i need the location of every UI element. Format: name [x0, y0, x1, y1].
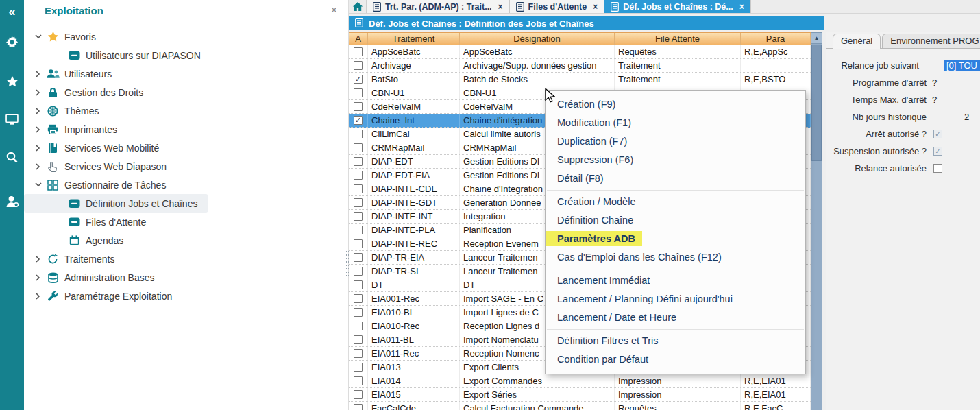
sidebar-item[interactable]: Gestionnaire de Tâches — [24, 176, 348, 194]
monitor-icon[interactable] — [0, 109, 24, 130]
row-checkbox[interactable]: ✓ — [354, 75, 363, 84]
row-checkbox[interactable] — [354, 198, 363, 207]
row-checkbox[interactable] — [354, 88, 363, 97]
sidebar-item[interactable]: Files d'Attente — [24, 213, 348, 231]
field-checkbox[interactable]: ✓ — [933, 147, 942, 156]
gear-icon[interactable] — [0, 32, 24, 52]
sidebar-item[interactable]: Gestion des Droits — [24, 83, 348, 101]
row-checkbox[interactable] — [354, 349, 363, 358]
menu-item[interactable]: Création / Modèle — [546, 193, 805, 211]
menu-item[interactable]: Création (F9) — [546, 95, 805, 114]
row-checkbox[interactable] — [354, 308, 363, 317]
table-row[interactable]: EIA014Export CommandesImpressionR,E,EIA0… — [349, 374, 811, 388]
chevron-right-icon[interactable] — [32, 163, 44, 170]
vertical-scrollbar[interactable]: ▲ — [811, 32, 822, 410]
tab-1[interactable]: Trt. Par. (ADM-AP) : Trait...× — [367, 0, 510, 13]
chevron-right-icon[interactable] — [32, 256, 44, 263]
row-checkbox[interactable] — [354, 280, 363, 289]
sidebar-item[interactable]: Services Web Mobilité — [24, 138, 348, 157]
tab-close-icon[interactable]: × — [739, 2, 744, 12]
chevron-right-icon[interactable] — [32, 145, 44, 152]
sidebar-item[interactable]: Services Web Diapason — [24, 157, 348, 176]
panel-tab[interactable]: Environnement PROG — [882, 34, 980, 48]
row-checkbox[interactable] — [354, 47, 363, 56]
row-checkbox[interactable] — [354, 390, 363, 399]
row-checkbox[interactable] — [354, 226, 363, 234]
sidebar-splitter[interactable] — [345, 0, 350, 410]
collapse-sidebar-icon[interactable]: « — [0, 1, 24, 22]
menu-item[interactable]: Lancement / Date et Heure — [546, 309, 805, 327]
chevron-right-icon[interactable] — [32, 274, 44, 281]
chevron-right-icon[interactable] — [32, 126, 44, 133]
scroll-up-icon[interactable]: ▲ — [811, 32, 822, 44]
field-value[interactable]: [0] TOU — [944, 60, 980, 71]
sidebar-item[interactable]: Utilisateurs sur DIAPASON — [24, 46, 348, 64]
row-checkbox[interactable] — [354, 253, 363, 262]
tab-3[interactable]: Déf. Jobs et Chaînes : Dé...× — [604, 0, 750, 13]
user-icon[interactable] — [0, 191, 24, 212]
sidebar-item[interactable]: Administration Bases — [24, 268, 348, 287]
chevron-down-icon[interactable] — [32, 182, 44, 187]
column-header-check[interactable]: A — [349, 33, 368, 45]
table-row[interactable]: AppSceBatcAppSceBatcRequêtesR,E,AppSc — [349, 45, 811, 59]
search-icon[interactable] — [0, 147, 24, 167]
chevron-right-icon[interactable] — [32, 108, 44, 114]
row-checkbox[interactable] — [354, 171, 363, 180]
menu-item[interactable]: Suppression (F6) — [546, 151, 805, 169]
row-checkbox[interactable] — [354, 404, 363, 410]
tab-2[interactable]: Files d'Attente× — [510, 0, 605, 13]
table-row[interactable]: ArchivageArchivage/Supp. données gestion… — [349, 59, 811, 73]
menu-item[interactable]: Définition Chaîne — [546, 211, 805, 230]
row-checkbox[interactable] — [354, 61, 363, 70]
row-checkbox[interactable] — [354, 322, 363, 330]
panel-tab[interactable]: Général — [833, 34, 881, 49]
chevron-right-icon[interactable] — [32, 293, 44, 300]
column-header-para[interactable]: Para — [741, 33, 811, 45]
sidebar-item[interactable]: Agendas — [24, 231, 348, 250]
menu-item[interactable]: Duplication (F7) — [546, 132, 805, 151]
row-checkbox[interactable] — [354, 157, 363, 166]
sidebar-item[interactable]: Utilisateurs — [24, 64, 348, 83]
chevron-right-icon[interactable] — [32, 89, 44, 96]
sidebar-item[interactable]: Paramétrage Exploitation — [24, 287, 348, 305]
sidebar-item[interactable]: Imprimantes — [24, 120, 348, 138]
star-icon[interactable] — [0, 71, 24, 92]
table-row[interactable]: FacCalCdeCalcul Facturation CommandeRequ… — [349, 402, 811, 410]
sidebar-item[interactable]: Thèmes — [24, 101, 348, 120]
home-icon[interactable] — [349, 0, 367, 13]
row-checkbox[interactable] — [354, 184, 363, 193]
sidebar-item[interactable]: Définition Jobs et Chaînes — [24, 194, 208, 213]
sidebar-close-icon[interactable]: × — [331, 4, 337, 16]
row-checkbox[interactable] — [354, 239, 363, 248]
chevron-right-icon[interactable] — [32, 71, 44, 77]
menu-item[interactable]: Condition par Défaut — [546, 350, 805, 369]
row-checkbox[interactable] — [354, 335, 363, 344]
chevron-down-icon[interactable] — [32, 34, 44, 39]
column-header-fileattente[interactable]: File Attente — [615, 33, 741, 45]
menu-item[interactable]: Détail (F8) — [546, 169, 805, 188]
menu-item[interactable]: Modification (F1) — [546, 114, 805, 132]
scrollbar-thumb[interactable] — [811, 45, 822, 161]
row-checkbox[interactable] — [354, 363, 363, 372]
menu-item[interactable]: Paramètres ADB — [546, 230, 805, 248]
row-checkbox[interactable]: ✓ — [354, 116, 363, 125]
field-checkbox[interactable]: ✓ — [933, 130, 942, 138]
menu-item[interactable]: Lancement Immédiat — [546, 272, 805, 290]
row-checkbox[interactable] — [354, 376, 363, 385]
row-checkbox[interactable] — [354, 294, 363, 303]
table-row[interactable]: EIA015Export SériesImpressionR,E,EIA01 — [349, 388, 811, 402]
column-header-dsignation[interactable]: Désignation — [460, 33, 615, 45]
menu-item[interactable]: Lancement / Planning Défini aujourd'hui — [546, 290, 805, 309]
row-checkbox[interactable] — [354, 267, 363, 276]
sidebar-item[interactable]: Traitements — [24, 250, 348, 268]
row-checkbox[interactable] — [354, 130, 363, 138]
row-checkbox[interactable] — [354, 212, 363, 221]
tab-close-icon[interactable]: × — [593, 2, 598, 12]
menu-item[interactable]: Définition Filtres et Tris — [546, 332, 805, 350]
row-checkbox[interactable] — [354, 143, 363, 152]
column-header-traitement[interactable]: Traitement — [368, 33, 460, 45]
field-checkbox[interactable] — [933, 164, 942, 173]
table-row[interactable]: ✓BatStoBatch de StocksTraitementR,E,BSTO — [349, 73, 811, 86]
tab-close-icon[interactable]: × — [498, 2, 503, 12]
menu-item[interactable]: Cas d'Emploi dans les Chaînes (F12) — [546, 248, 805, 267]
